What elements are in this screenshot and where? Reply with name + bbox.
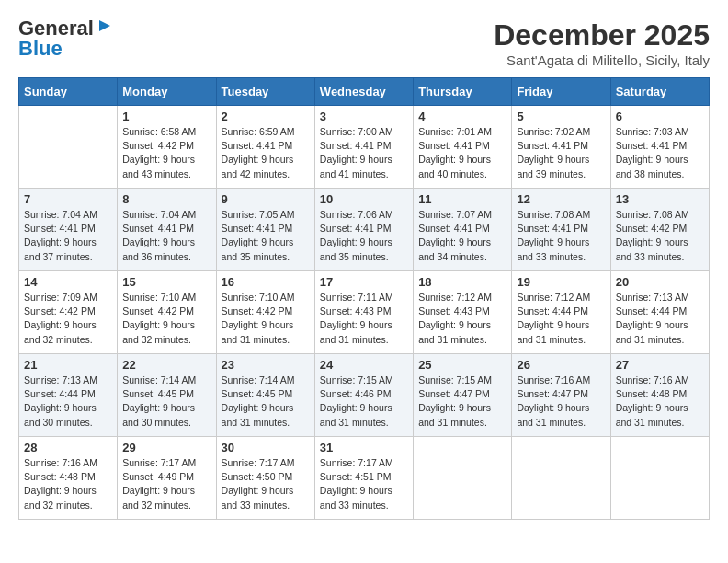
day-number: 1 — [122, 109, 210, 123]
calendar-cell: 15Sunrise: 7:10 AMSunset: 4:42 PMDayligh… — [118, 271, 216, 354]
day-info: Sunrise: 7:08 AMSunset: 4:42 PMDaylight:… — [616, 208, 704, 264]
calendar-cell: 8Sunrise: 7:04 AMSunset: 4:41 PMDaylight… — [118, 189, 216, 271]
calendar-cell: 21Sunrise: 7:13 AMSunset: 4:44 PMDayligh… — [19, 354, 118, 437]
day-info: Sunrise: 7:11 AMSunset: 4:43 PMDaylight:… — [320, 291, 408, 347]
header-monday: Monday — [118, 78, 216, 106]
day-info: Sunrise: 7:15 AMSunset: 4:47 PMDaylight:… — [418, 373, 506, 430]
header-tuesday: Tuesday — [216, 78, 314, 106]
day-info: Sunrise: 7:00 AMSunset: 4:41 PMDaylight:… — [320, 125, 408, 181]
day-number: 12 — [517, 192, 605, 206]
calendar-cell: 28Sunrise: 7:16 AMSunset: 4:48 PMDayligh… — [19, 437, 118, 520]
day-info: Sunrise: 7:13 AMSunset: 4:44 PMDaylight:… — [616, 291, 704, 347]
day-number: 8 — [122, 192, 210, 206]
day-number: 13 — [616, 192, 704, 206]
month-title: December 2025 — [494, 18, 710, 52]
location-subtitle: Sant'Agata di Militello, Sicily, Italy — [494, 52, 710, 68]
day-number: 23 — [222, 358, 310, 372]
calendar-cell: 24Sunrise: 7:15 AMSunset: 4:46 PMDayligh… — [314, 354, 413, 437]
day-number: 29 — [122, 441, 210, 454]
calendar-cell: 22Sunrise: 7:14 AMSunset: 4:45 PMDayligh… — [118, 354, 216, 437]
calendar-cell: 5Sunrise: 7:02 AMSunset: 4:41 PMDaylight… — [512, 106, 610, 189]
day-info: Sunrise: 7:10 AMSunset: 4:42 PMDaylight:… — [122, 291, 210, 347]
day-number: 20 — [616, 275, 704, 289]
day-info: Sunrise: 7:17 AMSunset: 4:51 PMDaylight:… — [320, 456, 408, 512]
calendar-week-row: 28Sunrise: 7:16 AMSunset: 4:48 PMDayligh… — [19, 437, 710, 520]
day-number: 2 — [222, 109, 310, 123]
day-number: 18 — [418, 275, 506, 289]
day-number: 31 — [320, 441, 408, 454]
calendar-cell: 23Sunrise: 7:14 AMSunset: 4:45 PMDayligh… — [216, 354, 314, 437]
calendar-cell: 31Sunrise: 7:17 AMSunset: 4:51 PMDayligh… — [314, 437, 413, 520]
calendar-cell: 20Sunrise: 7:13 AMSunset: 4:44 PMDayligh… — [610, 271, 709, 354]
calendar-cell: 14Sunrise: 7:09 AMSunset: 4:42 PMDayligh… — [19, 271, 118, 354]
day-info: Sunrise: 7:05 AMSunset: 4:41 PMDaylight:… — [222, 208, 310, 264]
logo-flag-icon — [96, 18, 112, 35]
day-number: 17 — [320, 275, 408, 289]
day-info: Sunrise: 7:17 AMSunset: 4:49 PMDaylight:… — [122, 456, 210, 512]
logo-general-text: General — [18, 18, 94, 39]
day-info: Sunrise: 7:16 AMSunset: 4:48 PMDaylight:… — [616, 373, 704, 430]
calendar-cell: 10Sunrise: 7:06 AMSunset: 4:41 PMDayligh… — [314, 189, 413, 271]
calendar-cell: 4Sunrise: 7:01 AMSunset: 4:41 PMDaylight… — [414, 106, 512, 189]
calendar-week-row: 21Sunrise: 7:13 AMSunset: 4:44 PMDayligh… — [19, 354, 710, 437]
calendar-cell: 11Sunrise: 7:07 AMSunset: 4:41 PMDayligh… — [414, 189, 512, 271]
day-number: 9 — [222, 192, 310, 206]
calendar-cell: 30Sunrise: 7:17 AMSunset: 4:50 PMDayligh… — [216, 437, 314, 520]
day-number: 4 — [418, 109, 506, 123]
day-info: Sunrise: 7:12 AMSunset: 4:43 PMDaylight:… — [418, 291, 506, 347]
day-info: Sunrise: 7:07 AMSunset: 4:41 PMDaylight:… — [418, 208, 506, 264]
day-info: Sunrise: 7:13 AMSunset: 4:44 PMDaylight:… — [24, 373, 112, 430]
calendar-cell: 3Sunrise: 7:00 AMSunset: 4:41 PMDaylight… — [314, 106, 413, 189]
day-number: 7 — [24, 192, 112, 206]
calendar-table: SundayMondayTuesdayWednesdayThursdayFrid… — [18, 77, 710, 520]
calendar-cell: 1Sunrise: 6:58 AMSunset: 4:42 PMDaylight… — [118, 106, 216, 189]
day-info: Sunrise: 6:59 AMSunset: 4:41 PMDaylight:… — [222, 125, 310, 181]
day-info: Sunrise: 7:16 AMSunset: 4:48 PMDaylight:… — [24, 456, 112, 512]
calendar-cell: 17Sunrise: 7:11 AMSunset: 4:43 PMDayligh… — [314, 271, 413, 354]
day-number: 24 — [320, 358, 408, 372]
calendar-cell: 26Sunrise: 7:16 AMSunset: 4:47 PMDayligh… — [512, 354, 610, 437]
day-number: 11 — [418, 192, 506, 206]
calendar-cell: 25Sunrise: 7:15 AMSunset: 4:47 PMDayligh… — [414, 354, 512, 437]
calendar-cell: 19Sunrise: 7:12 AMSunset: 4:44 PMDayligh… — [512, 271, 610, 354]
day-number: 19 — [517, 275, 605, 289]
calendar-week-row: 7Sunrise: 7:04 AMSunset: 4:41 PMDaylight… — [19, 189, 710, 271]
calendar-cell: 12Sunrise: 7:08 AMSunset: 4:41 PMDayligh… — [512, 189, 610, 271]
day-info: Sunrise: 7:16 AMSunset: 4:47 PMDaylight:… — [517, 373, 605, 430]
day-number: 10 — [320, 192, 408, 206]
logo-blue-text: Blue — [18, 39, 63, 59]
calendar-week-row: 14Sunrise: 7:09 AMSunset: 4:42 PMDayligh… — [19, 271, 710, 354]
svg-marker-0 — [99, 20, 110, 31]
calendar-cell: 6Sunrise: 7:03 AMSunset: 4:41 PMDaylight… — [610, 106, 709, 189]
day-number: 16 — [222, 275, 310, 289]
calendar-cell — [19, 106, 118, 189]
logo: General Blue — [18, 18, 112, 59]
header-wednesday: Wednesday — [314, 78, 413, 106]
day-info: Sunrise: 7:15 AMSunset: 4:46 PMDaylight:… — [320, 373, 408, 430]
calendar-week-row: 1Sunrise: 6:58 AMSunset: 4:42 PMDaylight… — [19, 106, 710, 189]
day-info: Sunrise: 7:04 AMSunset: 4:41 PMDaylight:… — [24, 208, 112, 264]
day-info: Sunrise: 7:08 AMSunset: 4:41 PMDaylight:… — [517, 208, 605, 264]
calendar-cell: 27Sunrise: 7:16 AMSunset: 4:48 PMDayligh… — [610, 354, 709, 437]
day-info: Sunrise: 7:12 AMSunset: 4:44 PMDaylight:… — [517, 291, 605, 347]
calendar-cell: 7Sunrise: 7:04 AMSunset: 4:41 PMDaylight… — [19, 189, 118, 271]
day-info: Sunrise: 7:14 AMSunset: 4:45 PMDaylight:… — [122, 373, 210, 430]
day-number: 30 — [222, 441, 310, 454]
day-info: Sunrise: 7:02 AMSunset: 4:41 PMDaylight:… — [517, 125, 605, 181]
day-number: 5 — [517, 109, 605, 123]
day-number: 21 — [24, 358, 112, 372]
calendar-header-row: SundayMondayTuesdayWednesdayThursdayFrid… — [19, 78, 710, 106]
calendar-cell: 18Sunrise: 7:12 AMSunset: 4:43 PMDayligh… — [414, 271, 512, 354]
day-info: Sunrise: 7:14 AMSunset: 4:45 PMDaylight:… — [222, 373, 310, 430]
day-info: Sunrise: 7:09 AMSunset: 4:42 PMDaylight:… — [24, 291, 112, 347]
day-number: 25 — [418, 358, 506, 372]
day-number: 28 — [24, 441, 112, 454]
day-info: Sunrise: 7:03 AMSunset: 4:41 PMDaylight:… — [616, 125, 704, 181]
day-number: 14 — [24, 275, 112, 289]
day-number: 6 — [616, 109, 704, 123]
calendar-cell — [610, 437, 709, 520]
day-info: Sunrise: 7:01 AMSunset: 4:41 PMDaylight:… — [418, 125, 506, 181]
day-info: Sunrise: 7:10 AMSunset: 4:42 PMDaylight:… — [222, 291, 310, 347]
calendar-cell: 16Sunrise: 7:10 AMSunset: 4:42 PMDayligh… — [216, 271, 314, 354]
calendar-cell — [414, 437, 512, 520]
